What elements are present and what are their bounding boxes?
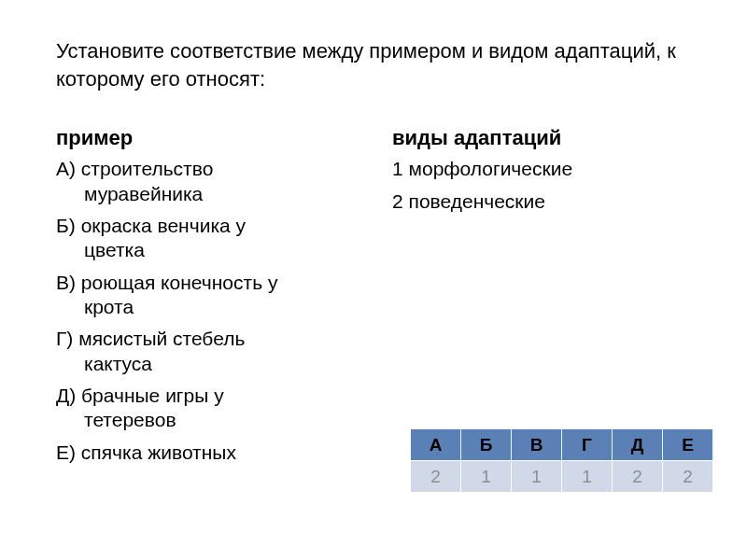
item-marker: А) xyxy=(56,158,76,179)
example-item: Г) мясистый стебель кактуса xyxy=(56,326,355,377)
item-text-top: роющая конечность у xyxy=(81,272,278,293)
answer-header-cell: Е xyxy=(663,429,713,461)
columns-container: пример А) строительство муравейника Б) о… xyxy=(56,126,691,471)
examples-heading: пример xyxy=(56,126,355,150)
item-text-wrap: крота xyxy=(56,294,355,320)
item-text-wrap: кактуса xyxy=(56,351,355,377)
example-item: Б) окраска венчика у цветка xyxy=(56,213,355,264)
type-item: 1 морфологические xyxy=(392,156,691,182)
type-item: 2 поведенческие xyxy=(392,189,691,215)
answer-header-cell: В xyxy=(512,429,562,461)
answer-header-cell: А xyxy=(411,429,461,461)
item-marker: В) xyxy=(56,272,76,293)
item-text-top: строительство xyxy=(81,158,213,179)
item-text: спячка животных xyxy=(81,441,236,463)
item-text-top: окраска венчика у xyxy=(81,215,246,236)
example-item: В) роющая конечность у крота xyxy=(56,270,355,321)
item-text-wrap: цветка xyxy=(56,237,355,263)
answer-header-row: А Б В Г Д Е xyxy=(411,429,713,461)
answer-header-cell: Б xyxy=(461,429,512,461)
item-text-wrap: тетеревов xyxy=(56,407,355,433)
answer-header-cell: Д xyxy=(613,429,663,461)
answer-value-row: 2 1 1 1 2 2 xyxy=(411,461,713,493)
item-text-top: брачные игры у xyxy=(81,385,224,406)
instruction-text: Установите соответствие между примером и… xyxy=(56,37,691,92)
types-column: виды адаптаций 1 морфологические 2 повед… xyxy=(392,126,691,471)
item-text-top: мясистый стебель xyxy=(78,328,245,349)
item-text-wrap: муравейника xyxy=(56,181,355,207)
item-marker: Д) xyxy=(56,385,76,406)
example-item: Е) спячка животных xyxy=(56,440,355,466)
answer-value-cell: 1 xyxy=(461,461,512,493)
answer-value-cell: 2 xyxy=(613,461,663,493)
example-item: А) строительство муравейника xyxy=(56,156,355,207)
answer-table: А Б В Г Д Е 2 1 1 1 2 2 xyxy=(410,428,713,493)
item-marker: Е) xyxy=(56,441,76,463)
answer-value-cell: 1 xyxy=(562,461,613,493)
answer-value-cell: 2 xyxy=(663,461,713,493)
answer-value-cell: 2 xyxy=(411,461,461,493)
answer-value-cell: 1 xyxy=(512,461,562,493)
item-marker: Г) xyxy=(56,328,73,349)
answer-header-cell: Г xyxy=(562,429,613,461)
item-marker: Б) xyxy=(56,215,76,236)
examples-column: пример А) строительство муравейника Б) о… xyxy=(56,126,355,471)
example-item: Д) брачные игры у тетеревов xyxy=(56,383,355,434)
types-heading: виды адаптаций xyxy=(392,126,691,150)
